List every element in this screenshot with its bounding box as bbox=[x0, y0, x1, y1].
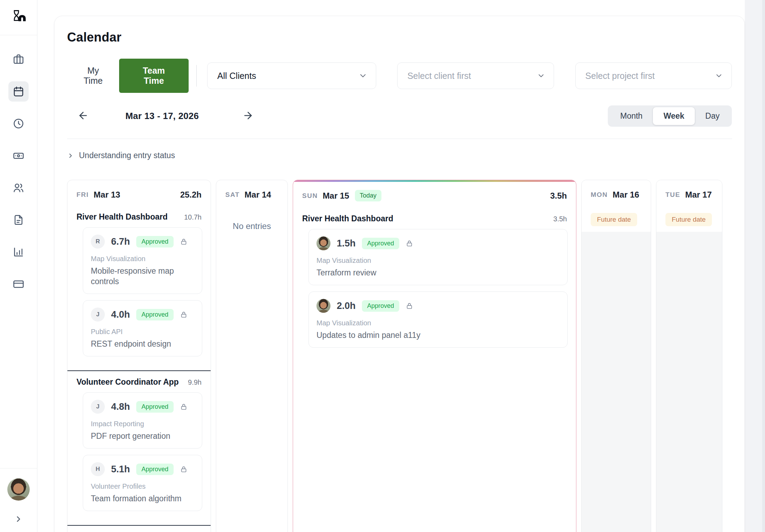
project-select[interactable]: Select project first bbox=[575, 62, 732, 89]
time-entry-card[interactable]: H 5.1h Approved Volunteer Profiles Team … bbox=[83, 455, 202, 511]
entry-status-disclosure[interactable]: Understanding entry status bbox=[67, 151, 732, 160]
entry-note: Mobile-responsive map controls bbox=[91, 266, 194, 287]
time-entry-card[interactable]: J 4.8h Approved Impact Reporting PDF rep… bbox=[83, 392, 202, 449]
future-date-badge: Future date bbox=[591, 213, 637, 226]
calendar-icon bbox=[13, 86, 24, 97]
sidebar-item-bar-chart[interactable] bbox=[8, 242, 29, 262]
time-entry-card[interactable]: J 4.0h Approved Public API REST endpoint… bbox=[83, 300, 202, 356]
day-of-week: TUE bbox=[665, 191, 680, 199]
lock-icon bbox=[180, 403, 188, 411]
day-date: Mar 15 bbox=[323, 191, 349, 201]
view-day-button[interactable]: Day bbox=[695, 107, 730, 125]
project-group: River Health Dashboard 10.7h R 6.7h Appr… bbox=[67, 212, 211, 370]
entry-note: REST endpoint design bbox=[91, 339, 194, 349]
entry-hours: 4.0h bbox=[111, 309, 130, 320]
time-entry-card[interactable]: R 6.7h Approved Map Visualization Mobile… bbox=[83, 227, 202, 294]
day-header: SAT Mar 14 bbox=[216, 180, 287, 206]
entry-top-row: 1.5h Approved bbox=[316, 236, 560, 250]
divider bbox=[67, 139, 732, 139]
lock-icon bbox=[180, 311, 188, 318]
project-group: Volunteer Coordinator App 9.9h J 4.8h Ap… bbox=[67, 370, 211, 525]
lock-icon bbox=[406, 302, 413, 310]
entry-top-row: R 6.7h Approved bbox=[91, 235, 194, 249]
sidebar-expand-button[interactable] bbox=[14, 515, 23, 525]
entry-note: Terraform review bbox=[316, 267, 554, 278]
entry-hours: 5.1h bbox=[111, 464, 130, 475]
project-group-name: River Health Dashboard bbox=[302, 214, 393, 223]
calendar-week: FRI Mar 1325.2h River Health Dashboard 1… bbox=[67, 180, 732, 532]
view-switcher: MonthWeekDay bbox=[608, 105, 732, 127]
entry-top-row: H 5.1h Approved bbox=[91, 462, 194, 476]
today-badge: Today bbox=[355, 190, 381, 201]
day-date: Mar 13 bbox=[94, 190, 120, 200]
time-entry-card[interactable]: 1.5h Approved Map Visualization Terrafor… bbox=[308, 229, 568, 285]
banknote-icon bbox=[13, 150, 24, 162]
sidebar-item-credit-card[interactable] bbox=[8, 274, 29, 294]
day-header: SUN Mar 15Today3.5h bbox=[293, 180, 576, 208]
avatar: J bbox=[91, 400, 105, 414]
entry-task-label: Impact Reporting bbox=[91, 420, 194, 428]
page-title: Calendar bbox=[67, 30, 732, 45]
approved-badge: Approved bbox=[136, 401, 174, 413]
entry-task-label: Public API bbox=[91, 328, 194, 336]
entry-task-label: Map Visualization bbox=[91, 255, 194, 263]
entry-top-row: 2.0h Approved bbox=[316, 299, 560, 313]
date-range-label: Mar 13 - 17, 2026 bbox=[92, 111, 232, 121]
scrollbar[interactable] bbox=[762, 0, 765, 532]
sidebar-item-calendar[interactable] bbox=[8, 81, 29, 102]
day-of-week: SUN bbox=[302, 192, 318, 200]
prev-week-button[interactable] bbox=[74, 107, 92, 125]
time-entry-card[interactable]: 2.0h Approved Map Visualization Updates … bbox=[308, 291, 568, 348]
sidebar-item-banknote[interactable] bbox=[8, 146, 29, 166]
briefcase-icon bbox=[13, 53, 24, 65]
project-group: Energy Equity Grant Tracker 4.7h bbox=[67, 525, 211, 532]
sidebar-item-users[interactable] bbox=[8, 178, 29, 198]
avatar bbox=[316, 299, 330, 313]
project-group-hours: 3.5h bbox=[549, 215, 567, 223]
sidebar-item-file-text[interactable] bbox=[8, 210, 29, 230]
day-header: TUE Mar 17 bbox=[656, 180, 722, 206]
day-date: Mar 16 bbox=[613, 190, 639, 200]
project-group: River Health Dashboard 3.5h 1.5h Approve… bbox=[293, 214, 576, 362]
entry-note: Updates to admin panel a11y bbox=[316, 330, 554, 340]
day-column-sat: SAT Mar 14No entries bbox=[216, 180, 288, 532]
entry-task-label: Map Visualization bbox=[316, 257, 560, 265]
day-total-hours: 25.2h bbox=[180, 190, 202, 200]
arrow-left-icon bbox=[78, 110, 89, 121]
tab-my-time[interactable]: My Time bbox=[67, 59, 119, 93]
tab-team-time[interactable]: Team Time bbox=[119, 59, 188, 93]
hourglass-logo-icon bbox=[9, 8, 28, 27]
chevron-right-icon bbox=[67, 152, 74, 159]
app-logo[interactable] bbox=[0, 0, 37, 35]
sidebar bbox=[0, 0, 37, 532]
disclosure-label: Understanding entry status bbox=[79, 151, 175, 160]
user-avatar[interactable] bbox=[7, 478, 30, 501]
approved-badge: Approved bbox=[136, 309, 174, 320]
arrow-right-icon bbox=[242, 110, 254, 121]
file-text-icon bbox=[13, 214, 24, 226]
bar-chart-icon bbox=[13, 246, 24, 258]
entry-hours: 2.0h bbox=[337, 301, 356, 311]
chevron-down-icon bbox=[358, 71, 367, 80]
next-week-button[interactable] bbox=[239, 107, 257, 125]
project-group-hours: 10.7h bbox=[180, 213, 202, 221]
sidebar-item-briefcase[interactable] bbox=[8, 49, 29, 69]
view-week-button[interactable]: Week bbox=[653, 107, 695, 125]
entry-note: PDF report generation bbox=[91, 431, 194, 441]
entry-task-label: Map Visualization bbox=[316, 319, 560, 327]
client-select[interactable]: Select client first bbox=[397, 62, 554, 89]
future-date-badge: Future date bbox=[665, 213, 712, 226]
day-date: Mar 17 bbox=[685, 190, 712, 200]
project-group-name: River Health Dashboard bbox=[76, 212, 168, 222]
day-column-sun: SUN Mar 15Today3.5h River Health Dashboa… bbox=[293, 180, 576, 532]
day-column-fri: FRI Mar 1325.2h River Health Dashboard 1… bbox=[67, 180, 211, 532]
day-header: FRI Mar 1325.2h bbox=[67, 180, 211, 206]
main-area: Calendar My Time Team Time All Clients S… bbox=[37, 0, 765, 532]
entry-note: Team formation algorithm bbox=[91, 493, 194, 504]
chevron-down-icon bbox=[715, 72, 723, 80]
sidebar-item-clock[interactable] bbox=[8, 113, 29, 134]
day-date: Mar 14 bbox=[245, 190, 271, 200]
view-month-button[interactable]: Month bbox=[610, 107, 653, 125]
approved-badge: Approved bbox=[362, 238, 399, 249]
all-clients-select[interactable]: All Clients bbox=[207, 62, 376, 89]
